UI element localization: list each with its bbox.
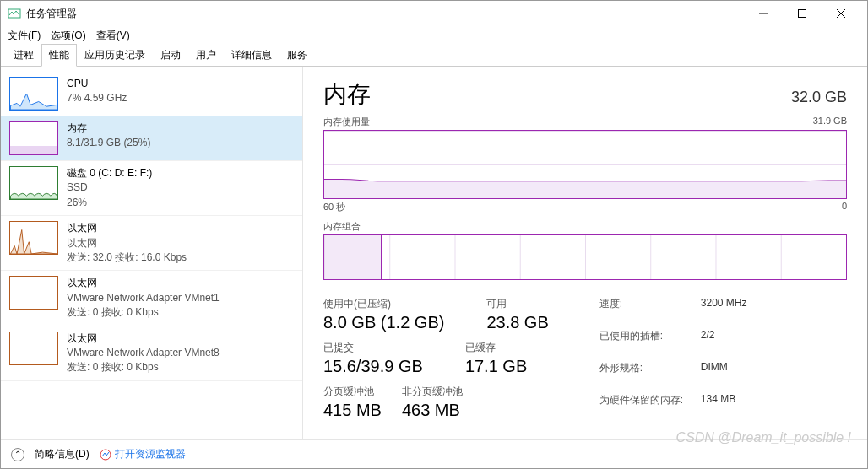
svg-rect-2 [799, 10, 806, 18]
tab-6[interactable]: 服务 [279, 44, 315, 67]
resmon-icon [100, 449, 111, 461]
sidebar-item-eth1[interactable]: 以太网以太网发送: 32.0 接收: 16.0 Kbps [1, 216, 302, 271]
nonpaged-label: 非分页缓冲池 [402, 385, 463, 399]
menubar: 文件(F) 选项(O) 查看(V) [1, 26, 867, 45]
menu-options[interactable]: 选项(O) [51, 29, 85, 43]
maximize-button[interactable] [783, 1, 822, 26]
commit-label: 已提交 [323, 341, 423, 355]
tabbar: 进程性能应用历史记录启动用户详细信息服务 [1, 45, 867, 67]
nonpaged-value: 463 MB [402, 401, 463, 420]
cached-value: 17.1 GB [465, 357, 527, 376]
menu-view[interactable]: 查看(V) [96, 29, 130, 43]
inuse-label: 使用中(已压缩) [323, 297, 444, 311]
avail-label: 可用 [486, 297, 548, 311]
paged-value: 415 MB [323, 401, 382, 420]
main-panel: 内存 32.0 GB 内存使用量 31.9 GB 60 秒 0 内存组合 使用中 [303, 67, 867, 439]
sidebar-item-cpu[interactable]: CPU7% 4.59 GHz [1, 72, 302, 116]
footer: ⌃ 简略信息(D) 打开资源监视器 [1, 439, 867, 468]
window-title: 任务管理器 [26, 7, 744, 21]
sidebar[interactable]: CPU7% 4.59 GHz内存8.1/31.9 GB (25%)磁盘 0 (C… [1, 67, 303, 439]
minimize-button[interactable] [744, 1, 783, 26]
close-button[interactable] [822, 1, 860, 26]
eth3-thumb-icon [9, 332, 58, 365]
memory-properties: 速度:3200 MHz 已使用的插槽:2/2 外形规格:DIMM 为硬件保留的内… [599, 297, 747, 420]
composition-label: 内存组合 [323, 220, 847, 233]
titlebar: 任务管理器 [1, 1, 867, 26]
sidebar-item-mem[interactable]: 内存8.1/31.9 GB (25%) [1, 116, 302, 161]
memory-usage-chart[interactable] [323, 130, 847, 199]
cpu-thumb-icon [9, 77, 58, 111]
sidebar-item-eth3[interactable]: 以太网VMware Network Adapter VMnet8发送: 0 接收… [1, 326, 302, 381]
usage-chart-max: 31.9 GB [813, 116, 847, 128]
app-icon [8, 7, 21, 20]
open-resmon-link[interactable]: 打开资源监视器 [100, 447, 186, 461]
page-title: 内存 [323, 78, 371, 111]
eth1-thumb-icon [9, 221, 58, 255]
sidebar-item-eth2[interactable]: 以太网VMware Network Adapter VMnet1发送: 0 接收… [1, 271, 302, 326]
mem-thumb-icon [9, 121, 58, 155]
sidebar-item-disk[interactable]: 磁盘 0 (C: D: E: F:)SSD26% [1, 161, 302, 216]
usage-chart-label: 内存使用量 [323, 116, 370, 128]
avail-value: 23.8 GB [486, 313, 548, 332]
paged-label: 分页缓冲池 [323, 385, 382, 399]
tab-2[interactable]: 应用历史记录 [77, 44, 153, 67]
brief-info-link[interactable]: 简略信息(D) [35, 447, 90, 461]
x-axis-end: 0 [842, 201, 847, 213]
disk-thumb-icon [9, 166, 58, 200]
inuse-value: 8.0 GB (1.2 GB) [323, 313, 444, 332]
tab-1[interactable]: 性能 [41, 44, 77, 67]
tab-0[interactable]: 进程 [6, 44, 41, 67]
memory-capacity: 32.0 GB [791, 89, 847, 106]
tab-5[interactable]: 详细信息 [224, 44, 279, 67]
menu-file[interactable]: 文件(F) [8, 29, 41, 43]
eth2-thumb-icon [9, 276, 58, 310]
tab-4[interactable]: 用户 [188, 44, 224, 67]
commit-value: 15.6/39.9 GB [323, 357, 423, 376]
x-axis-start: 60 秒 [323, 201, 345, 213]
memory-composition-chart[interactable] [323, 234, 847, 280]
cached-label: 已缓存 [465, 341, 527, 355]
tab-3[interactable]: 启动 [153, 44, 188, 67]
toggle-details-icon[interactable]: ⌃ [11, 448, 24, 461]
